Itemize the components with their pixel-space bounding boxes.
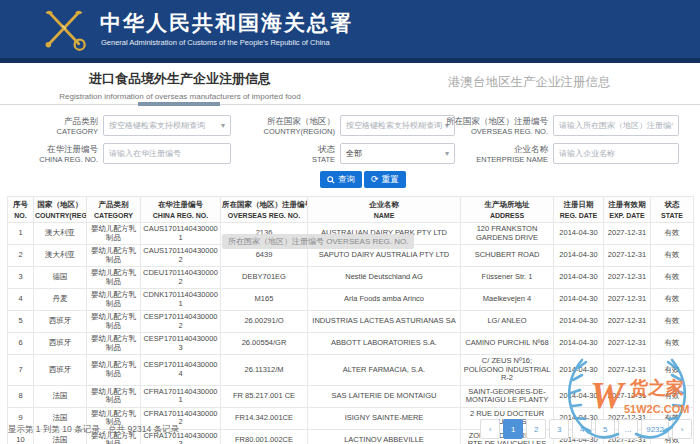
tab-sublabel: Registration information of overseas man…: [55, 92, 305, 101]
column-header: 状态STATE: [651, 197, 694, 223]
country-select[interactable]: 按空格键检索支持模糊查询 ▾: [340, 115, 455, 136]
column-header: 国家（地区）COUNTRY(REGI...: [34, 197, 87, 223]
pagination: ‹12345...9232›: [480, 419, 692, 439]
china-reg-no-label: 在华注册编号 CHINA REG. NO.: [0, 144, 98, 165]
customs-registration-page: 中华人民共和国海关总署 General Administration of Cu…: [0, 0, 700, 444]
tab-label: 进口食品境外生产企业注册信息: [55, 70, 305, 88]
enterprise-name-label: 企业名称 ENTERPRISE NAME: [440, 144, 548, 165]
reset-button[interactable]: ⟳ 重置: [364, 171, 406, 188]
page-button[interactable]: 2: [526, 419, 546, 439]
page-button[interactable]: 5: [595, 419, 615, 439]
table-row[interactable]: 8法国婴幼儿配方乳制品 CFRA17011404300001FR 85.217.…: [8, 385, 694, 407]
column-header: 所在国家（地区）注册编号OVERSEAS REG. NO.: [221, 197, 308, 223]
page-button[interactable]: 9232: [641, 419, 669, 439]
tab-overseas-registration[interactable]: 进口食品境外生产企业注册信息 Registration information …: [55, 70, 305, 101]
next-page-button[interactable]: ›: [672, 419, 692, 439]
page-button[interactable]: 4: [572, 419, 592, 439]
table-row[interactable]: 3德国婴幼儿配方乳制品 CDEU17011404300002DEBY701EGN…: [8, 267, 694, 289]
page-button[interactable]: 1: [503, 419, 523, 439]
filter-panel: 产品类别 CATEGORY 按空格键检索支持模糊查询 ▾ 所在国家（地区） CO…: [0, 106, 700, 196]
tab-divider: [0, 104, 700, 105]
table-row[interactable]: 4丹麦婴幼儿配方乳制品 CDNK17011404300001M165Arla F…: [8, 289, 694, 311]
chevron-down-icon: ▾: [221, 121, 225, 130]
site-title: 中华人民共和国海关总署: [100, 9, 353, 37]
category-label: 产品类别 CATEGORY: [0, 116, 98, 137]
site-subtitle: General Administration of Customs of the…: [101, 38, 330, 47]
table-header-row: 序号NO.国家（地区）COUNTRY(REGI...产品类别CATEGORY在华…: [8, 197, 694, 223]
overseas-reg-no-label: 所在国家（地区）注册编号 OVERSEAS REG. NO.: [440, 116, 548, 137]
search-icon: [327, 176, 335, 184]
column-header: 注册有效期EXP. DATE: [604, 197, 651, 223]
enterprise-name-input[interactable]: [553, 143, 679, 164]
state-label: 状态 STATE: [237, 144, 335, 165]
state-select[interactable]: 全部 ▾: [340, 143, 455, 164]
category-select[interactable]: 按空格键检索支持模糊查询 ▾: [103, 115, 231, 136]
page-button[interactable]: ...: [618, 419, 638, 439]
column-tooltip: 所在国家（地区）注册编号 OVERSEAS REG. NO.: [222, 234, 414, 249]
column-header: 产品类别CATEGORY: [87, 197, 141, 223]
column-header: 企业名称NAME: [308, 197, 461, 223]
record-count-summary: 显示第 1 到第 10 条记录，总共 92314 条记录: [8, 424, 179, 436]
column-header: 在华注册编号CHINA REG. NO.: [141, 197, 221, 223]
column-header: 注册日期REG. DATE: [554, 197, 604, 223]
table-body: 1澳大利亚婴幼儿配方乳制品 CAUS170114043000012136AUST…: [8, 223, 694, 444]
column-header: 序号NO.: [8, 197, 34, 223]
overseas-reg-no-input[interactable]: [553, 115, 679, 136]
page-button[interactable]: 3: [549, 419, 569, 439]
customs-emblem-icon: [36, 7, 92, 53]
table-row[interactable]: 7西班牙婴幼儿配方乳制品 CESP1701140430000426.11312/…: [8, 355, 694, 386]
tab-hk-mo-tw-registration[interactable]: 港澳台地区生产企业注册信息: [448, 74, 611, 91]
tab-bar: 进口食品境外生产企业注册信息 Registration information …: [0, 63, 700, 106]
app-header: 中华人民共和国海关总署 General Administration of Cu…: [0, 0, 700, 58]
table-row[interactable]: 6西班牙婴幼儿配方乳制品 CESP1701140430000326.00554/…: [8, 333, 694, 355]
country-label: 所在国家（地区） COUNTRY(REGION): [237, 116, 335, 137]
china-reg-no-input[interactable]: [103, 143, 231, 164]
column-header: 生产场所地址ADDRESS: [461, 197, 554, 223]
table-row[interactable]: 5西班牙婴幼儿配方乳制品 CESP1701140430000226.00291/…: [8, 311, 694, 333]
search-button[interactable]: 查询: [320, 171, 362, 188]
prev-page-button[interactable]: ‹: [480, 419, 500, 439]
refresh-icon: ⟳: [371, 175, 379, 184]
